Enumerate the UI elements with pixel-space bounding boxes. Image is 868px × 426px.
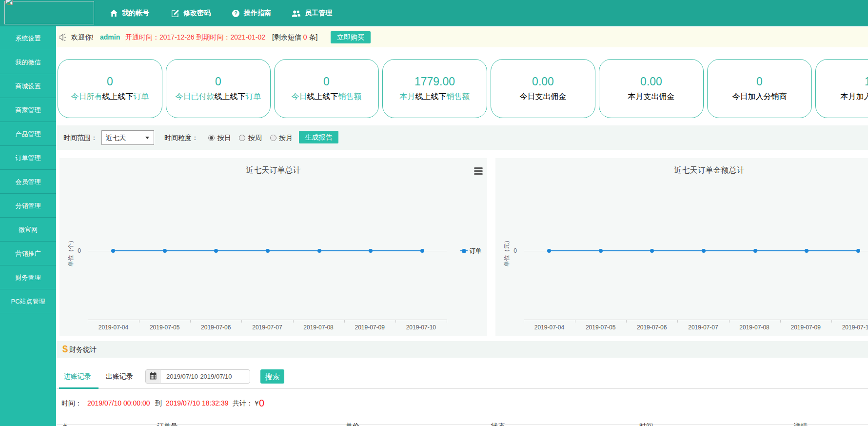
svg-text:?: ? [234,10,237,16]
